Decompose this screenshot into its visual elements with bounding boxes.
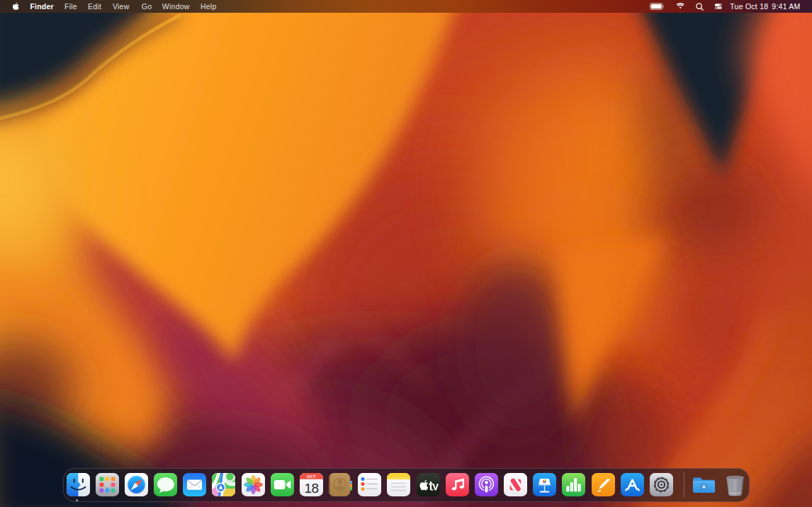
- svg-text:18: 18: [304, 481, 318, 496]
- svg-text:OCT: OCT: [307, 474, 316, 479]
